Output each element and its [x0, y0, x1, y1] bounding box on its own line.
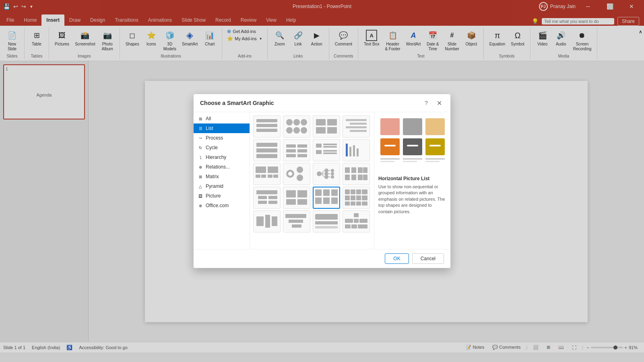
category-all-label: All — [206, 116, 211, 121]
svg-rect-29 — [316, 150, 322, 154]
smartart-item-8[interactable] — [343, 139, 370, 161]
svg-rect-118 — [407, 145, 418, 146]
category-pyramid[interactable]: △ Pyramid — [194, 181, 250, 191]
svg-rect-122 — [403, 158, 422, 160]
svg-rect-92 — [356, 202, 361, 206]
svg-rect-75 — [297, 199, 307, 205]
category-cycle[interactable]: ↻ Cycle — [194, 143, 250, 152]
svg-rect-100 — [315, 214, 338, 220]
svg-rect-110 — [363, 224, 367, 228]
svg-rect-123 — [403, 161, 417, 162]
svg-rect-81 — [331, 197, 338, 204]
svg-rect-117 — [384, 145, 396, 146]
svg-rect-32 — [346, 144, 348, 156]
dialog-close-button[interactable]: ✕ — [434, 98, 444, 108]
svg-rect-18 — [256, 148, 277, 152]
category-process-label: Process — [206, 135, 223, 141]
category-list[interactable]: ☰ List — [194, 123, 250, 133]
svg-rect-16 — [350, 130, 367, 132]
dialog-body: ⊞ All ☰ List ⤳ Process ↻ Cycle ⤵ Hiera — [194, 112, 450, 249]
smartart-item-11[interactable] — [313, 163, 340, 185]
svg-point-5 — [301, 119, 307, 125]
dialog-help-button[interactable]: ? — [421, 98, 431, 108]
svg-rect-111 — [380, 118, 400, 135]
svg-rect-95 — [265, 215, 270, 228]
svg-rect-69 — [268, 196, 277, 199]
smartart-item-9[interactable] — [253, 163, 281, 185]
smartart-item-12[interactable] — [343, 163, 370, 185]
svg-rect-61 — [351, 167, 356, 173]
smartart-item-1[interactable] — [253, 115, 281, 138]
svg-rect-107 — [345, 224, 351, 228]
svg-rect-108 — [351, 224, 357, 228]
smartart-item-5[interactable] — [253, 139, 281, 161]
category-cycle-label: Cycle — [206, 145, 218, 150]
smartart-dialog: Choose a SmartArt Graphic ? ✕ ⊞ All ☰ Li… — [193, 94, 451, 268]
svg-rect-22 — [286, 154, 296, 157]
svg-rect-79 — [315, 197, 322, 204]
svg-rect-73 — [297, 190, 307, 197]
svg-rect-10 — [327, 119, 337, 125]
smartart-item-7[interactable] — [313, 139, 340, 161]
svg-rect-37 — [256, 175, 260, 178]
category-hierarchy[interactable]: ⤵ Hierarchy — [194, 152, 250, 162]
dialog-footer: OK Cancel — [194, 249, 450, 268]
svg-point-4 — [293, 119, 300, 125]
smartart-item-14[interactable] — [283, 187, 310, 209]
svg-point-8 — [301, 127, 307, 134]
smartart-item-15[interactable] — [313, 187, 340, 209]
svg-rect-1 — [256, 124, 277, 127]
dialog-ok-button[interactable]: OK — [385, 253, 409, 264]
svg-rect-66 — [363, 175, 367, 180]
category-picture-label: Picture — [206, 193, 221, 199]
svg-rect-105 — [354, 219, 359, 223]
category-office[interactable]: ⊕ Office.com — [194, 201, 250, 210]
svg-rect-33 — [349, 147, 351, 156]
svg-rect-121 — [380, 161, 394, 162]
dialog-cancel-button[interactable]: Cancel — [412, 253, 444, 264]
smartart-item-2[interactable] — [283, 115, 310, 138]
svg-rect-60 — [345, 175, 350, 180]
smartart-item-19[interactable] — [313, 210, 340, 232]
svg-rect-17 — [256, 143, 277, 147]
smartart-item-20[interactable] — [343, 210, 370, 232]
preview-description: Use to show non-sequential or grouped in… — [378, 184, 446, 215]
smartart-item-18[interactable] — [283, 210, 310, 232]
svg-point-57 — [331, 172, 334, 175]
category-relationship[interactable]: ⊕ Relations... — [194, 162, 250, 172]
category-picture[interactable]: 🖼 Picture — [194, 191, 250, 201]
svg-rect-88 — [356, 195, 361, 200]
svg-rect-91 — [351, 202, 355, 206]
svg-rect-103 — [354, 213, 359, 217]
svg-rect-106 — [359, 219, 367, 223]
svg-point-44 — [297, 167, 303, 173]
svg-point-6 — [286, 127, 293, 134]
smartart-item-17[interactable] — [253, 210, 281, 232]
smartart-item-13[interactable] — [253, 187, 281, 209]
svg-rect-90 — [345, 202, 350, 206]
svg-rect-34 — [353, 145, 355, 156]
svg-rect-97 — [285, 214, 306, 218]
svg-rect-119 — [429, 145, 441, 146]
smartart-item-10[interactable] — [283, 163, 310, 185]
svg-rect-94 — [256, 216, 264, 226]
svg-rect-101 — [315, 221, 338, 224]
svg-rect-112 — [403, 118, 422, 135]
svg-rect-35 — [357, 148, 359, 156]
smartart-item-6[interactable] — [283, 139, 310, 161]
svg-rect-62 — [351, 175, 356, 180]
svg-rect-116 — [425, 138, 445, 155]
svg-rect-114 — [380, 138, 400, 155]
category-all[interactable]: ⊞ All — [194, 114, 250, 123]
category-matrix[interactable]: ⊞ Matrix — [194, 172, 250, 181]
smartart-item-3[interactable] — [313, 115, 340, 138]
svg-rect-120 — [380, 158, 400, 160]
svg-rect-13 — [346, 119, 367, 121]
svg-rect-25 — [297, 154, 307, 157]
category-process[interactable]: ⤳ Process — [194, 133, 250, 143]
svg-rect-12 — [327, 127, 337, 134]
svg-point-52 — [324, 175, 328, 179]
smartart-item-16[interactable] — [343, 187, 370, 209]
svg-rect-21 — [286, 149, 296, 152]
smartart-item-4[interactable] — [343, 115, 370, 138]
